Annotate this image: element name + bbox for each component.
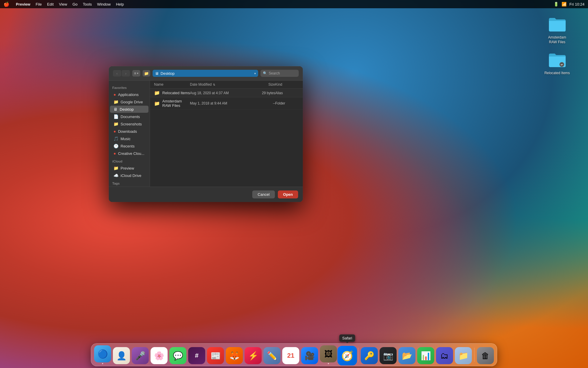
app-name-menu[interactable]: Preview [16, 2, 30, 6]
dock-item-messages[interactable]: 💬 [169, 347, 186, 364]
sidebar-item-preview[interactable]: 📁 Preview [110, 165, 148, 172]
column-name[interactable]: Name [154, 82, 190, 87]
sidebar-item-downloads-label: Downloads [118, 129, 137, 134]
sidebar-item-googledrive[interactable]: 📁 Google Drive [110, 98, 148, 105]
filer-icon: 🗂 [436, 347, 453, 364]
open-button[interactable]: Open [278, 190, 298, 198]
colorfolder-icon: 📁 [455, 347, 472, 364]
sidebar-item-music-label: Music [121, 137, 131, 141]
sidebar-item-icloud-label: iCloud Drive [121, 173, 141, 178]
sidebar-item-documents-label: Documents [121, 115, 140, 119]
table-row[interactable]: 📁 Amsterdam RAW Files May 1, 2018 at 9:4… [150, 97, 303, 110]
column-date[interactable]: Date Modified ⇅ [190, 82, 249, 87]
column-size[interactable]: Size [249, 82, 275, 87]
dock-item-pockity[interactable]: ⚡ [245, 347, 262, 364]
search-bar[interactable]: 🔍 Search [260, 70, 299, 77]
dock-item-safari[interactable]: Safari 🧭 [339, 347, 356, 364]
finder-dot [102, 363, 103, 364]
sidebar-item-documents[interactable]: 📄 Documents [110, 113, 148, 120]
dock-item-siri[interactable]: 🎤 [132, 347, 149, 364]
column-kind[interactable]: Kind [275, 82, 299, 87]
go-menu[interactable]: Go [72, 2, 77, 6]
sidebar-item-screenshots[interactable]: 📁 Screenshots [110, 120, 148, 127]
pockity-icon: ⚡ [245, 347, 262, 364]
desktop-icons: Amsterdam RAW Files ↩ Relocated Items [544, 15, 570, 76]
dock-item-calendar[interactable]: 21 [282, 347, 299, 364]
dock-item-contacts[interactable]: 👤 [113, 347, 130, 364]
file-name-amsterdam: 📁 Amsterdam RAW Files [154, 99, 190, 108]
dock-item-news[interactable]: 📰 [207, 347, 224, 364]
view-menu[interactable]: View [59, 2, 67, 6]
back-button[interactable]: ‹ [113, 70, 121, 77]
location-text: Desktop [161, 71, 175, 76]
sidebar-item-recents[interactable]: 🕐 Recents [110, 142, 148, 150]
apple-menu[interactable]: 🍎 [4, 1, 9, 7]
edit-menu[interactable]: Edit [47, 2, 54, 6]
sidebar-item-icloud[interactable]: ☁️ iCloud Drive [110, 172, 148, 179]
dock-item-darkroom[interactable]: 📷 [380, 347, 397, 364]
dock-wrapper: 🔵 👤 🎤 🌸 💬 # [91, 343, 497, 366]
desktop-icon-relocated[interactable]: ↩ Relocated Items [544, 50, 570, 76]
sidebar-item-creative-label: Creative Clou... [118, 151, 144, 156]
media-label: Media [109, 186, 150, 187]
location-bar[interactable]: 🖥 Desktop ▾ [153, 70, 258, 77]
view-chevron-icon: ▾ [137, 72, 138, 75]
folder-icon-relocated: 📁 [154, 90, 160, 96]
window-menu[interactable]: Window [97, 2, 111, 6]
table-row[interactable]: 📁 Relocated Items Aug 18, 2020 at 4:37 A… [150, 89, 303, 97]
sidebar-item-screenshots-label: Screenshots [121, 122, 142, 126]
dock-item-onepassword[interactable]: 🔑 [361, 347, 378, 364]
folder-icon-amsterdam: 📁 [154, 101, 160, 106]
dialog-body: Favorites ● Applications 📁 Google Drive … [109, 81, 303, 187]
svg-text:↩: ↩ [561, 63, 563, 66]
dock-item-slack[interactable]: # [188, 347, 205, 364]
date-time: Fri 10:24 [569, 2, 584, 6]
dock-item-photos[interactable]: 🌸 [151, 347, 168, 364]
sidebar-item-downloads[interactable]: ● Downloads [110, 128, 148, 135]
sidebar-item-music[interactable]: 🎵 Music [110, 135, 148, 142]
dock-item-firefox[interactable]: 🦊 [226, 347, 243, 364]
new-folder-icon: 📁 [144, 71, 149, 76]
amsterdam-label: Amsterdam RAW Files [544, 35, 570, 44]
dock-item-filer[interactable]: 🗂 [436, 347, 453, 364]
calendar-icon: 21 [282, 347, 299, 364]
dock-item-trash[interactable]: 🗑 [477, 347, 494, 364]
files-icon: 📂 [398, 347, 415, 364]
dock-item-files[interactable]: 📂 [398, 347, 415, 364]
preview-dot [328, 363, 329, 364]
dock-item-typora[interactable]: ✏️ [263, 347, 280, 364]
file-name-label-amsterdam: Amsterdam RAW Files [162, 99, 190, 108]
dock-item-zoom[interactable]: 🎥 [301, 347, 318, 364]
photos-icon: 🌸 [151, 347, 168, 364]
cancel-button[interactable]: Cancel [252, 190, 275, 198]
dock-item-colorfolder[interactable]: 📁 [455, 347, 472, 364]
dock-item-spreadsheet[interactable]: 📊 [417, 347, 434, 364]
trash-icon: 🗑 [477, 347, 494, 364]
search-icon: 🔍 [263, 71, 267, 75]
view-mode-button[interactable]: ≡ ▾ [132, 70, 140, 77]
firefox-icon: 🦊 [226, 347, 243, 364]
file-name-relocated: 📁 Relocated Items [154, 90, 190, 96]
typora-icon: ✏️ [263, 347, 280, 364]
file-date-amsterdam: May 1, 2018 at 9:44 AM [190, 101, 249, 105]
desktop-icon-amsterdam[interactable]: Amsterdam RAW Files [544, 15, 570, 44]
new-folder-button[interactable]: 📁 [143, 70, 150, 77]
help-menu[interactable]: Help [116, 2, 124, 6]
preview-dock-icon: 🖼 [320, 345, 337, 362]
file-menu[interactable]: File [36, 2, 42, 6]
dock-item-preview[interactable]: 🖼 [320, 345, 337, 364]
tools-menu[interactable]: Tools [83, 2, 92, 6]
file-size-amsterdam: -- [249, 101, 275, 105]
file-list-header: Name Date Modified ⇅ Size Kind [150, 81, 303, 89]
safari-icon: 🧭 [338, 346, 357, 366]
forward-button[interactable]: › [122, 70, 130, 77]
dock-item-finder[interactable]: 🔵 [94, 345, 111, 364]
file-open-dialog: ‹ › ≡ ▾ 📁 🖥 Desktop ▾ 🔍 Search Favorites… [109, 66, 303, 202]
sidebar-item-creative[interactable]: ● Creative Clou... [110, 150, 148, 157]
music-icon: 🎵 [113, 136, 118, 141]
sidebar-item-googledrive-label: Google Drive [121, 100, 143, 104]
applications-icon: ● [113, 92, 116, 97]
spreadsheet-icon: 📊 [417, 347, 434, 364]
sidebar-item-desktop[interactable]: 🖥 Desktop [110, 106, 148, 113]
sidebar-item-applications[interactable]: ● Applications [110, 91, 148, 98]
